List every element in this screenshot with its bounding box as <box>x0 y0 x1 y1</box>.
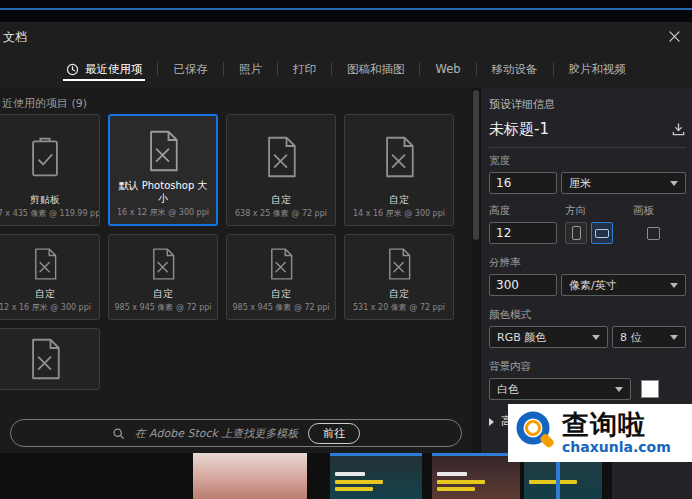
thumbnail-caption <box>437 487 475 491</box>
photo-thumbnail <box>330 453 422 499</box>
tab-label: 最近使用项 <box>85 62 143 77</box>
recent-heading: 近使用的项目 (9) <box>2 96 87 111</box>
template-dims: 177 x 435 像素 @ 119.99 ppi <box>0 208 100 219</box>
save-preset-icon[interactable] <box>671 122 686 137</box>
chevron-down-icon <box>592 335 600 340</box>
tab-recent[interactable]: 最近使用项 <box>51 50 158 88</box>
chevron-right-icon <box>489 418 494 426</box>
panel-heading: 预设详细信息 <box>489 97 686 112</box>
watermark: 查询啦 chaxunla.com <box>508 404 692 462</box>
divider <box>489 147 686 148</box>
dialog-header: 文档 <box>0 22 692 50</box>
tab-web[interactable]: Web <box>420 50 475 88</box>
thumbnail-caption <box>437 472 467 476</box>
background-color-swatch[interactable] <box>641 380 659 398</box>
color-mode-value: RGB 颜色 <box>497 330 546 345</box>
photo-thumbnail <box>193 453 307 499</box>
document-icon <box>259 121 303 194</box>
resolution-label: 分辨率 <box>489 256 686 270</box>
template-card-default-photoshop[interactable]: 默认 Photoshop 大小 16 x 12 厘米 @ 300 ppi <box>108 114 218 226</box>
window-top-strip <box>0 0 692 22</box>
document-name-field[interactable]: 未标题-1 <box>489 120 549 139</box>
template-card-custom-1[interactable]: 自定 638 x 25 像素 @ 72 ppi <box>226 114 336 226</box>
chaxunla-logo-icon <box>513 408 559 458</box>
template-card-custom-7[interactable] <box>0 328 100 390</box>
template-name: 自定 <box>389 288 409 301</box>
tab-saved[interactable]: 已保存 <box>158 50 223 88</box>
tab-film-video[interactable]: 胶片和视频 <box>554 50 642 88</box>
tab-label: 移动设备 <box>492 62 538 77</box>
resolution-unit-select[interactable]: 像素/英寸 <box>561 274 686 296</box>
template-dims: 531 x 20 像素 @ 72 ppi <box>353 302 445 313</box>
template-name: 剪贴板 <box>30 194 60 207</box>
template-dims: 985 x 945 像素 @ 72 ppi <box>232 302 329 313</box>
new-document-dialog: 文档 最近使用项 已保存 照片 打印 图稿和插图 Web 移动设备 胶片和视频 … <box>0 0 692 499</box>
orientation-portrait-button[interactable] <box>565 222 587 244</box>
width-unit-select[interactable]: 厘米 <box>561 172 686 194</box>
template-dims: 16 x 12 厘米 @ 300 ppi <box>117 207 209 218</box>
resolution-input[interactable] <box>489 274 557 296</box>
portrait-icon <box>572 226 581 240</box>
bit-depth-select[interactable]: 8 位 <box>612 326 686 348</box>
artboard-label: 画板 <box>633 204 686 218</box>
orientation-landscape-button[interactable] <box>591 222 613 244</box>
scrollbar-thumb[interactable] <box>473 90 479 240</box>
category-tabs: 最近使用项 已保存 照片 打印 图稿和插图 Web 移动设备 胶片和视频 <box>0 50 692 88</box>
color-mode-label: 颜色模式 <box>489 308 686 322</box>
photo-thumbnail <box>432 453 520 499</box>
template-card-custom-2[interactable]: 自定 14 x 16 厘米 @ 300 ppi <box>344 114 454 226</box>
search-placeholder: 在 Adobe Stock 上查找更多模板 <box>135 426 299 441</box>
tab-label: Web <box>435 62 460 76</box>
template-card-custom-5[interactable]: 自定 985 x 945 像素 @ 72 ppi <box>226 234 336 320</box>
template-name: 自定 <box>35 288 55 301</box>
template-dims: 638 x 25 像素 @ 72 ppi <box>235 208 327 219</box>
template-dims: 14 x 16 厘米 @ 300 ppi <box>353 208 445 219</box>
tab-print[interactable]: 打印 <box>278 50 331 88</box>
tab-label: 图稿和插图 <box>347 62 405 77</box>
go-button[interactable]: 前往 <box>308 423 360 444</box>
template-card-custom-3[interactable]: 自定 12 x 16 厘米 @ 300 ppi <box>0 234 100 320</box>
thumbnail-caption <box>335 480 383 484</box>
template-dims: 985 x 945 像素 @ 72 ppi <box>114 302 211 313</box>
chevron-down-icon <box>615 387 623 392</box>
recent-templates-pane: 近使用的项目 (9) 剪贴板 177 x 435 像素 @ 119.99 ppi… <box>0 88 472 453</box>
tab-photo[interactable]: 照片 <box>224 50 277 88</box>
watermark-domain: chaxunla.com <box>562 440 671 455</box>
height-input[interactable] <box>489 222 557 244</box>
document-icon <box>264 241 298 288</box>
template-card-custom-4[interactable]: 自定 985 x 945 像素 @ 72 ppi <box>108 234 218 320</box>
tab-label: 已保存 <box>173 62 208 77</box>
landscape-icon <box>595 229 609 238</box>
width-input[interactable] <box>489 172 557 194</box>
chevron-down-icon <box>670 181 678 186</box>
clipboard-icon <box>23 121 67 194</box>
watermark-title: 查询啦 <box>562 411 671 439</box>
background-select[interactable]: 白色 <box>489 378 631 400</box>
stock-search-input[interactable]: 在 Adobe Stock 上查找更多模板 前往 <box>10 419 462 447</box>
background-label: 背景内容 <box>489 360 686 374</box>
document-icon <box>382 241 416 288</box>
tab-label: 照片 <box>239 62 262 77</box>
background-value: 白色 <box>497 382 519 397</box>
chevron-down-icon <box>670 335 678 340</box>
tab-label: 打印 <box>293 62 316 77</box>
template-card-clipboard[interactable]: 剪贴板 177 x 435 像素 @ 119.99 ppi <box>0 114 100 226</box>
dialog-title: 文档 <box>3 29 27 46</box>
resolution-unit-value: 像素/英寸 <box>569 278 617 293</box>
bit-depth-value: 8 位 <box>620 330 642 345</box>
orientation-label: 方向 <box>565 204 633 218</box>
window-accent-line <box>0 8 692 10</box>
width-label: 宽度 <box>489 154 686 168</box>
template-card-custom-6[interactable]: 自定 531 x 20 像素 @ 72 ppi <box>344 234 454 320</box>
tab-mobile[interactable]: 移动设备 <box>477 50 553 88</box>
template-name: 自定 <box>389 194 409 207</box>
color-mode-select[interactable]: RGB 颜色 <box>489 326 608 348</box>
template-name: 自定 <box>153 288 173 301</box>
close-button[interactable] <box>666 28 682 44</box>
template-dims: 12 x 16 厘米 @ 300 ppi <box>0 302 91 313</box>
templates-scrollbar[interactable] <box>472 88 480 453</box>
tab-art-illustration[interactable]: 图稿和插图 <box>332 50 420 88</box>
chevron-down-icon <box>670 283 678 288</box>
search-icon <box>112 427 125 440</box>
artboard-checkbox[interactable] <box>647 227 660 240</box>
